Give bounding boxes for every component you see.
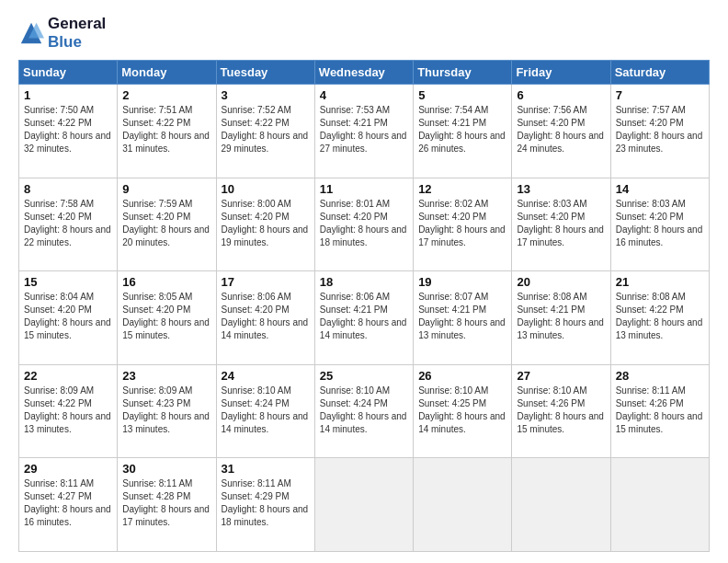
day-number: 6 [517, 88, 605, 102]
calendar-cell: 7Sunrise: 7:57 AMSunset: 4:20 PMDaylight… [610, 85, 709, 178]
cell-info: Sunrise: 8:11 AMSunset: 4:28 PMDaylight:… [122, 477, 210, 529]
cell-info: Sunrise: 7:58 AMSunset: 4:20 PMDaylight:… [24, 198, 112, 249]
day-number: 9 [122, 182, 210, 196]
logo-text: General Blue [48, 15, 106, 51]
day-number: 30 [122, 462, 210, 476]
calendar-cell: 23Sunrise: 8:09 AMSunset: 4:23 PMDayligh… [118, 364, 216, 458]
cell-info: Sunrise: 8:11 AMSunset: 4:27 PMDaylight:… [24, 477, 112, 529]
cell-info: Sunrise: 8:09 AMSunset: 4:22 PMDaylight:… [24, 385, 112, 436]
day-number: 3 [222, 88, 310, 102]
calendar-cell [414, 458, 512, 552]
logo-icon [18, 20, 44, 46]
day-number: 12 [418, 182, 506, 196]
weekday-header: Friday [512, 61, 610, 85]
calendar-cell: 16Sunrise: 8:05 AMSunset: 4:20 PMDayligh… [118, 271, 216, 365]
cell-info: Sunrise: 8:08 AMSunset: 4:21 PMDaylight:… [517, 291, 605, 342]
calendar-cell: 31Sunrise: 8:11 AMSunset: 4:29 PMDayligh… [216, 458, 314, 552]
day-number: 5 [418, 88, 506, 102]
calendar-cell: 3Sunrise: 7:52 AMSunset: 4:22 PMDaylight… [216, 85, 314, 178]
calendar-cell [314, 458, 413, 552]
day-number: 31 [222, 462, 310, 476]
day-number: 2 [122, 88, 210, 102]
cell-info: Sunrise: 8:01 AMSunset: 4:20 PMDaylight:… [320, 198, 408, 249]
logo: General Blue [18, 15, 106, 51]
cell-info: Sunrise: 7:54 AMSunset: 4:21 PMDaylight:… [418, 104, 506, 155]
weekday-header: Sunday [19, 61, 118, 85]
day-number: 28 [616, 369, 704, 383]
calendar-cell: 13Sunrise: 8:03 AMSunset: 4:20 PMDayligh… [512, 178, 610, 271]
calendar-cell: 11Sunrise: 8:01 AMSunset: 4:20 PMDayligh… [314, 178, 413, 271]
day-number: 29 [24, 462, 112, 476]
day-number: 21 [616, 275, 704, 289]
cell-info: Sunrise: 8:11 AMSunset: 4:26 PMDaylight:… [616, 385, 704, 436]
cell-info: Sunrise: 8:10 AMSunset: 4:24 PMDaylight:… [222, 385, 310, 436]
day-number: 11 [320, 182, 408, 196]
calendar-cell: 15Sunrise: 8:04 AMSunset: 4:20 PMDayligh… [19, 271, 118, 365]
calendar-cell: 28Sunrise: 8:11 AMSunset: 4:26 PMDayligh… [610, 364, 709, 458]
calendar-cell: 19Sunrise: 8:07 AMSunset: 4:21 PMDayligh… [414, 271, 512, 365]
cell-info: Sunrise: 7:53 AMSunset: 4:21 PMDaylight:… [320, 104, 408, 155]
calendar-cell: 29Sunrise: 8:11 AMSunset: 4:27 PMDayligh… [19, 458, 118, 552]
cell-info: Sunrise: 8:10 AMSunset: 4:26 PMDaylight:… [517, 385, 605, 436]
cell-info: Sunrise: 7:59 AMSunset: 4:20 PMDaylight:… [122, 198, 210, 249]
calendar-cell: 21Sunrise: 8:08 AMSunset: 4:22 PMDayligh… [610, 271, 709, 365]
weekday-header: Tuesday [216, 61, 314, 85]
weekday-header: Wednesday [314, 61, 413, 85]
calendar-cell: 30Sunrise: 8:11 AMSunset: 4:28 PMDayligh… [118, 458, 216, 552]
weekday-header: Monday [118, 61, 216, 85]
cell-info: Sunrise: 7:57 AMSunset: 4:20 PMDaylight:… [616, 104, 704, 155]
week-row: 8Sunrise: 7:58 AMSunset: 4:20 PMDaylight… [19, 178, 710, 271]
day-number: 14 [616, 182, 704, 196]
calendar-cell: 2Sunrise: 7:51 AMSunset: 4:22 PMDaylight… [118, 85, 216, 178]
day-number: 22 [24, 369, 112, 383]
calendar: SundayMondayTuesdayWednesdayThursdayFrid… [18, 60, 710, 552]
weekday-header: Thursday [414, 61, 512, 85]
day-number: 13 [517, 182, 605, 196]
calendar-cell: 9Sunrise: 7:59 AMSunset: 4:20 PMDaylight… [118, 178, 216, 271]
cell-info: Sunrise: 8:05 AMSunset: 4:20 PMDaylight:… [122, 291, 210, 342]
calendar-cell: 1Sunrise: 7:50 AMSunset: 4:22 PMDaylight… [19, 85, 118, 178]
calendar-cell [610, 458, 709, 552]
calendar-cell: 20Sunrise: 8:08 AMSunset: 4:21 PMDayligh… [512, 271, 610, 365]
weekday-header: Saturday [610, 61, 709, 85]
day-number: 4 [320, 88, 408, 102]
cell-info: Sunrise: 8:09 AMSunset: 4:23 PMDaylight:… [122, 385, 210, 436]
cell-info: Sunrise: 7:50 AMSunset: 4:22 PMDaylight:… [24, 104, 112, 155]
calendar-cell: 5Sunrise: 7:54 AMSunset: 4:21 PMDaylight… [414, 85, 512, 178]
day-number: 27 [517, 369, 605, 383]
cell-info: Sunrise: 8:11 AMSunset: 4:29 PMDaylight:… [222, 477, 310, 529]
day-number: 24 [222, 369, 310, 383]
cell-info: Sunrise: 8:00 AMSunset: 4:20 PMDaylight:… [222, 198, 310, 249]
week-row: 22Sunrise: 8:09 AMSunset: 4:22 PMDayligh… [19, 364, 710, 458]
day-number: 1 [24, 88, 112, 102]
cell-info: Sunrise: 7:51 AMSunset: 4:22 PMDaylight:… [122, 104, 210, 155]
day-number: 10 [222, 182, 310, 196]
day-number: 7 [616, 88, 704, 102]
cell-info: Sunrise: 8:03 AMSunset: 4:20 PMDaylight:… [517, 198, 605, 249]
day-number: 23 [122, 369, 210, 383]
day-number: 18 [320, 275, 408, 289]
calendar-cell: 10Sunrise: 8:00 AMSunset: 4:20 PMDayligh… [216, 178, 314, 271]
calendar-cell: 27Sunrise: 8:10 AMSunset: 4:26 PMDayligh… [512, 364, 610, 458]
day-number: 15 [24, 275, 112, 289]
cell-info: Sunrise: 7:52 AMSunset: 4:22 PMDaylight:… [222, 104, 310, 155]
week-row: 1Sunrise: 7:50 AMSunset: 4:22 PMDaylight… [19, 85, 710, 178]
calendar-cell: 6Sunrise: 7:56 AMSunset: 4:20 PMDaylight… [512, 85, 610, 178]
calendar-cell: 22Sunrise: 8:09 AMSunset: 4:22 PMDayligh… [19, 364, 118, 458]
page: General Blue SundayMondayTuesdayWednesda… [0, 0, 728, 563]
header: General Blue [18, 15, 710, 51]
cell-info: Sunrise: 8:02 AMSunset: 4:20 PMDaylight:… [418, 198, 506, 249]
calendar-cell: 12Sunrise: 8:02 AMSunset: 4:20 PMDayligh… [414, 178, 512, 271]
calendar-cell: 18Sunrise: 8:06 AMSunset: 4:21 PMDayligh… [314, 271, 413, 365]
calendar-cell: 14Sunrise: 8:03 AMSunset: 4:20 PMDayligh… [610, 178, 709, 271]
calendar-cell: 4Sunrise: 7:53 AMSunset: 4:21 PMDaylight… [314, 85, 413, 178]
calendar-cell: 17Sunrise: 8:06 AMSunset: 4:20 PMDayligh… [216, 271, 314, 365]
day-number: 26 [418, 369, 506, 383]
cell-info: Sunrise: 8:06 AMSunset: 4:20 PMDaylight:… [222, 291, 310, 342]
day-number: 16 [122, 275, 210, 289]
cell-info: Sunrise: 8:07 AMSunset: 4:21 PMDaylight:… [418, 291, 506, 342]
calendar-cell: 25Sunrise: 8:10 AMSunset: 4:24 PMDayligh… [314, 364, 413, 458]
cell-info: Sunrise: 8:04 AMSunset: 4:20 PMDaylight:… [24, 291, 112, 342]
cell-info: Sunrise: 8:10 AMSunset: 4:25 PMDaylight:… [418, 385, 506, 436]
calendar-cell: 24Sunrise: 8:10 AMSunset: 4:24 PMDayligh… [216, 364, 314, 458]
